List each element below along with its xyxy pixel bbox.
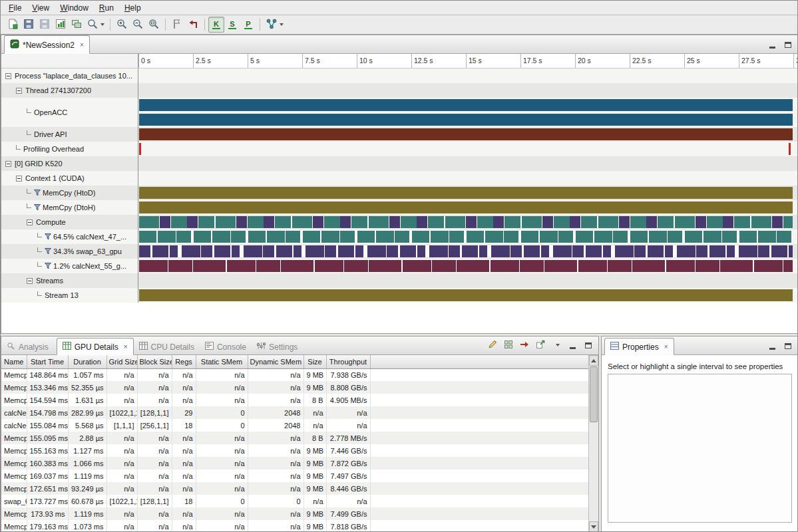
table-row[interactable]: calcNe154.798 ms282.99 µs[1022,1,1][128,… <box>1 406 588 419</box>
column-header-block-size[interactable]: Block Size <box>137 355 172 368</box>
timeline-bar[interactable] <box>139 289 793 301</box>
timeline-lane-thread[interactable] <box>138 83 798 98</box>
timeline-lane-profiling-overhead[interactable] <box>138 142 798 156</box>
column-header-start-time[interactable]: Start Time <box>27 355 68 368</box>
zoom-in-button[interactable] <box>114 17 130 33</box>
compare-button[interactable] <box>69 17 85 33</box>
table-row[interactable]: Memcp153.346 ms52.355 µsn/an/an/an/an/a9… <box>1 381 588 394</box>
column-header-name[interactable]: Name <box>1 355 27 368</box>
menu-window[interactable]: Window <box>55 1 94 15</box>
goto-timeline-button[interactable] <box>518 339 530 351</box>
new-session-button[interactable] <box>5 17 21 33</box>
timeline-lane-kernel-calcnext-55[interactable] <box>138 259 798 273</box>
kernel-timeline-toggle-button[interactable]: K <box>208 17 224 33</box>
overhead-marker[interactable] <box>789 143 791 155</box>
timeline-lane-compute[interactable] <box>138 215 798 229</box>
timeline-lane-process[interactable] <box>138 68 798 83</box>
table-row[interactable]: Memcp173.93 ms1.119 msn/an/an/an/an/a9 M… <box>1 507 588 520</box>
timeline-lane-driver-api[interactable] <box>138 127 798 142</box>
table-row[interactable]: Memcp155.163 ms1.127 msn/an/an/an/an/a9 … <box>1 444 588 457</box>
dropdown-caret-icon[interactable] <box>100 23 104 26</box>
dropdown-caret-icon[interactable] <box>280 23 284 26</box>
minimize-button[interactable] <box>766 39 778 51</box>
timeline-label-context-1[interactable]: Context 1 (CUDA) <box>1 171 138 186</box>
collapse-toggle-icon[interactable] <box>27 219 33 225</box>
timeline-label-process[interactable]: Process "laplace_data_clauses 10... <box>1 68 138 83</box>
table-row[interactable]: calcNe155.084 ms5.568 µs[1,1,1][256,1,1]… <box>1 419 588 432</box>
timeline-lane-kernel-swap-63[interactable] <box>138 244 798 259</box>
analysis-button[interactable] <box>264 17 286 33</box>
column-header-size[interactable]: Size <box>303 355 326 368</box>
table-row[interactable]: Memcp179.163 ms1.073 msn/an/an/an/an/a9 … <box>1 520 588 532</box>
collapse-toggle-icon[interactable] <box>16 88 22 94</box>
column-header-static-smem[interactable]: Static SMem <box>196 355 248 368</box>
menu-view[interactable]: View <box>27 1 55 15</box>
pencil-button[interactable] <box>487 339 499 351</box>
maximize-button[interactable] <box>782 39 794 51</box>
timeline-label-grid-k520[interactable]: [0] GRID K520 <box>1 156 138 171</box>
timeline-bar[interactable] <box>139 231 793 243</box>
timeline-label-compute[interactable]: Compute <box>1 215 138 229</box>
timeline-lane-memcpy-dtoh[interactable] <box>138 200 798 215</box>
timeline-label-streams[interactable]: Streams <box>1 273 138 288</box>
scrollbar-thumb[interactable] <box>590 366 598 422</box>
column-header-regs[interactable]: Regs <box>172 355 196 368</box>
timeline-label-kernel-calcnext-47[interactable]: 64.5% calcNext_47_... <box>1 229 138 244</box>
prev-marker-button[interactable] <box>185 17 201 33</box>
time-ruler[interactable]: 0 s2.5 s5 s7.5 s10 s12.5 s15 s17.5 s20 s… <box>138 54 798 68</box>
table-row[interactable]: Memcp154.594 ms1.631 µsn/an/an/an/an/a8 … <box>1 394 588 406</box>
report-button[interactable] <box>53 17 69 33</box>
timeline-label-memcpy-htod[interactable]: MemCpy (HtoD) <box>1 186 138 200</box>
timeline-lane-context-1[interactable] <box>138 171 798 186</box>
column-header-duration[interactable]: Duration <box>68 355 106 368</box>
search-button[interactable] <box>85 17 106 33</box>
scroll-up-button[interactable] <box>589 355 598 366</box>
column-header-dynamic-smem[interactable]: Dynamic SMem <box>248 355 303 368</box>
timeline-lane-streams[interactable] <box>138 273 798 288</box>
close-tab-icon[interactable]: × <box>124 343 128 350</box>
save-button[interactable] <box>21 17 37 33</box>
tab-gpu-details[interactable]: GPU Details× <box>57 338 134 355</box>
collapse-toggle-icon[interactable] <box>16 176 22 182</box>
timeline-label-kernel-swap-63[interactable]: 34.3% swap_63_gpu <box>1 244 138 259</box>
minimize-button[interactable] <box>566 339 578 351</box>
timeline-bar[interactable] <box>139 216 793 228</box>
timeline-lane-stream-13[interactable] <box>138 288 798 303</box>
tab-settings[interactable]: Settings <box>252 338 303 354</box>
timeline-bar[interactable] <box>139 128 793 140</box>
timeline-bar[interactable] <box>139 201 793 213</box>
maximize-button[interactable] <box>782 340 794 352</box>
timeline-lane-openacc[interactable] <box>138 98 798 127</box>
table-row[interactable]: Memcp172.651 ms93.249 µsn/an/an/an/an/a9… <box>1 482 588 495</box>
timeline-bar[interactable] <box>139 260 793 272</box>
session-tab[interactable]: *NewSession2 × <box>4 35 90 54</box>
menu-help[interactable]: Help <box>119 1 146 15</box>
tab-analysis[interactable]: Analysis <box>1 338 54 354</box>
timeline-label-stream-13[interactable]: Stream 13 <box>1 288 138 303</box>
timeline-bar[interactable] <box>139 187 793 199</box>
zoom-fit-button[interactable] <box>146 17 162 33</box>
table-row[interactable]: Memcp148.864 ms1.057 msn/an/an/an/an/a9 … <box>1 368 588 381</box>
close-session-tab-icon[interactable]: × <box>80 41 84 49</box>
layout-grid-button[interactable] <box>502 339 514 351</box>
view-menu-button[interactable] <box>550 339 562 351</box>
timeline-label-kernel-calcnext-55[interactable]: 1.2% calcNext_55_g... <box>1 259 138 273</box>
next-marker-button[interactable] <box>169 17 185 33</box>
save-all-button[interactable] <box>37 17 53 33</box>
column-header-grid-size[interactable]: Grid Size <box>106 355 137 368</box>
timeline-lane-grid-k520[interactable] <box>138 156 798 171</box>
properties-tab[interactable]: Properties × <box>604 338 674 355</box>
timeline-bar[interactable] <box>139 114 793 126</box>
maximize-button[interactable] <box>582 339 594 351</box>
timeline-label-driver-api[interactable]: Driver API <box>1 127 138 142</box>
zoom-out-button[interactable] <box>130 17 146 33</box>
overhead-marker[interactable] <box>139 143 141 155</box>
collapse-toggle-icon[interactable] <box>27 278 33 284</box>
timeline-label-profiling-overhead[interactable]: Profiling Overhead <box>1 142 138 156</box>
table-row[interactable]: Memcp169.037 ms1.119 msn/an/an/an/an/a9 … <box>1 469 588 482</box>
table-row[interactable]: swap_6173.727 ms60.678 µs[1022,1,1][128,… <box>1 495 588 507</box>
minimize-button[interactable] <box>766 340 778 352</box>
collapse-toggle-icon[interactable] <box>5 161 11 167</box>
table-scrollbar[interactable] <box>588 355 598 532</box>
table-row[interactable]: Memcp155.095 ms2.88 µsn/an/an/an/an/a8 B… <box>1 432 588 444</box>
